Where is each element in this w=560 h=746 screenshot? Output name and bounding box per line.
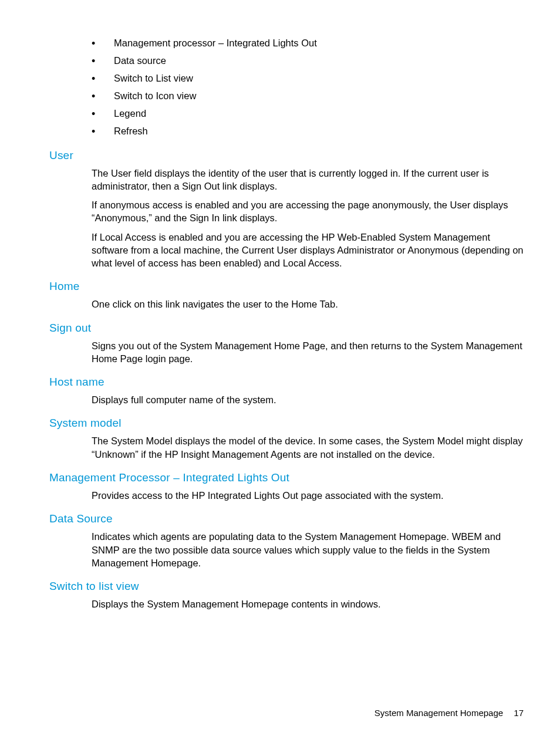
heading-management-processor: Management Processor – Integrated Lights… bbox=[49, 471, 525, 484]
heading-home: Home bbox=[49, 280, 525, 293]
paragraph: Indicates which agents are populating da… bbox=[92, 530, 525, 569]
heading-host-name: Host name bbox=[49, 376, 525, 389]
list-item: Management processor – Integrated Lights… bbox=[92, 36, 525, 50]
paragraph: Provides access to the HP Integrated Lig… bbox=[92, 489, 525, 502]
heading-switch-to-list-view: Switch to list view bbox=[49, 580, 525, 593]
page-footer: System Management Homepage 17 bbox=[375, 708, 524, 718]
paragraph: If Local Access is enabled and you are a… bbox=[92, 231, 525, 270]
paragraph: Displays the System Management Homepage … bbox=[92, 598, 525, 610]
bullet-list: Management processor – Integrated Lights… bbox=[92, 36, 525, 139]
heading-user: User bbox=[49, 149, 525, 162]
paragraph: The User field displays the identity of … bbox=[92, 167, 525, 193]
list-item: Switch to Icon view bbox=[92, 89, 525, 103]
paragraph: Signs you out of the System Management H… bbox=[92, 339, 525, 366]
heading-data-source: Data Source bbox=[49, 512, 525, 525]
paragraph: Displays full computer name of the syste… bbox=[92, 393, 525, 406]
heading-system-model: System model bbox=[49, 417, 525, 430]
list-item: Data source bbox=[92, 54, 525, 67]
list-item: Switch to List view bbox=[92, 72, 525, 85]
footer-label: System Management Homepage bbox=[375, 708, 503, 718]
paragraph: One click on this link navigates the use… bbox=[92, 298, 525, 310]
list-item: Refresh bbox=[92, 124, 525, 138]
paragraph: If anonymous access is enabled and you a… bbox=[92, 198, 525, 225]
page-number: 17 bbox=[514, 708, 524, 718]
list-item: Legend bbox=[92, 107, 525, 120]
heading-sign-out: Sign out bbox=[49, 322, 525, 335]
paragraph: The System Model displays the model of t… bbox=[92, 434, 525, 461]
